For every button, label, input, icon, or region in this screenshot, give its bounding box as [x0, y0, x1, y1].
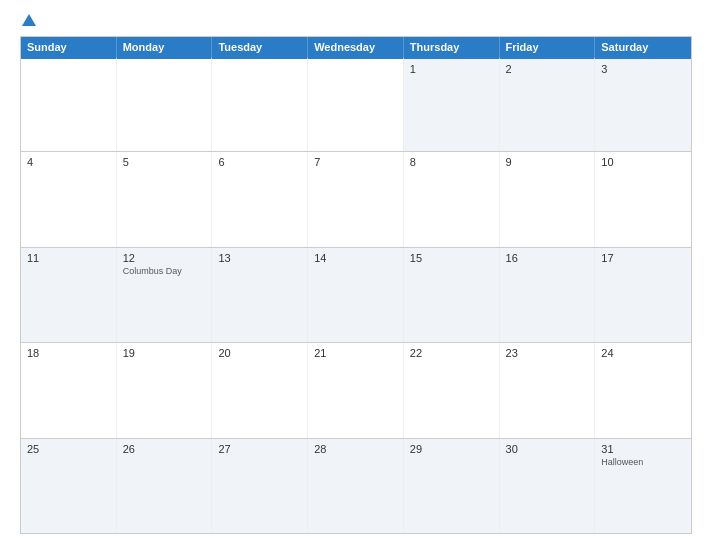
day-cell: 5	[117, 152, 213, 246]
day-cell: 29	[404, 439, 500, 533]
day-number: 16	[506, 252, 589, 264]
day-number: 12	[123, 252, 206, 264]
day-number: 3	[601, 63, 685, 75]
calendar-page: SundayMondayTuesdayWednesdayThursdayFrid…	[0, 0, 712, 550]
day-number: 26	[123, 443, 206, 455]
day-headers-row: SundayMondayTuesdayWednesdayThursdayFrid…	[21, 37, 691, 57]
day-cell: 4	[21, 152, 117, 246]
day-cell: 14	[308, 248, 404, 342]
week-row-2: 45678910	[21, 152, 691, 247]
week-row-4: 18192021222324	[21, 343, 691, 438]
day-cell: 24	[595, 343, 691, 437]
day-number: 31	[601, 443, 685, 455]
day-cell: 31Halloween	[595, 439, 691, 533]
day-cell: 3	[595, 57, 691, 151]
day-cell: 16	[500, 248, 596, 342]
day-cell: 2	[500, 57, 596, 151]
day-cell	[117, 57, 213, 151]
day-header-thursday: Thursday	[404, 37, 500, 57]
week-row-5: 25262728293031Halloween	[21, 439, 691, 533]
day-header-saturday: Saturday	[595, 37, 691, 57]
day-number: 25	[27, 443, 110, 455]
day-cell: 30	[500, 439, 596, 533]
day-cell: 26	[117, 439, 213, 533]
day-number: 24	[601, 347, 685, 359]
day-number: 15	[410, 252, 493, 264]
day-header-sunday: Sunday	[21, 37, 117, 57]
day-number: 9	[506, 156, 589, 168]
day-number: 2	[506, 63, 589, 75]
day-header-tuesday: Tuesday	[212, 37, 308, 57]
day-cell: 20	[212, 343, 308, 437]
logo-triangle-icon	[22, 14, 36, 26]
day-cell: 27	[212, 439, 308, 533]
day-number: 10	[601, 156, 685, 168]
day-number: 14	[314, 252, 397, 264]
day-number: 23	[506, 347, 589, 359]
day-number: 8	[410, 156, 493, 168]
day-number: 5	[123, 156, 206, 168]
day-number: 27	[218, 443, 301, 455]
day-cell: 8	[404, 152, 500, 246]
day-cell: 6	[212, 152, 308, 246]
event-label: Columbus Day	[123, 266, 206, 276]
day-cell	[212, 57, 308, 151]
day-header-friday: Friday	[500, 37, 596, 57]
day-number: 13	[218, 252, 301, 264]
day-header-monday: Monday	[117, 37, 213, 57]
day-cell: 11	[21, 248, 117, 342]
day-number: 30	[506, 443, 589, 455]
day-cell: 7	[308, 152, 404, 246]
day-cell: 10	[595, 152, 691, 246]
weeks-container: 123456789101112Columbus Day1314151617181…	[21, 57, 691, 533]
day-cell: 21	[308, 343, 404, 437]
day-cell	[21, 57, 117, 151]
day-cell: 17	[595, 248, 691, 342]
event-label: Halloween	[601, 457, 685, 467]
day-cell: 19	[117, 343, 213, 437]
logo	[20, 16, 36, 26]
day-number: 29	[410, 443, 493, 455]
day-number: 17	[601, 252, 685, 264]
day-cell: 15	[404, 248, 500, 342]
day-number: 11	[27, 252, 110, 264]
day-number: 21	[314, 347, 397, 359]
day-number: 1	[410, 63, 493, 75]
week-row-1: 123	[21, 57, 691, 152]
day-cell: 9	[500, 152, 596, 246]
day-number: 4	[27, 156, 110, 168]
calendar-grid: SundayMondayTuesdayWednesdayThursdayFrid…	[20, 36, 692, 534]
day-number: 20	[218, 347, 301, 359]
day-cell: 25	[21, 439, 117, 533]
week-row-3: 1112Columbus Day1314151617	[21, 248, 691, 343]
day-cell: 1	[404, 57, 500, 151]
day-number: 18	[27, 347, 110, 359]
day-number: 7	[314, 156, 397, 168]
day-header-wednesday: Wednesday	[308, 37, 404, 57]
day-number: 6	[218, 156, 301, 168]
day-cell: 12Columbus Day	[117, 248, 213, 342]
header	[20, 16, 692, 26]
day-cell: 23	[500, 343, 596, 437]
day-cell: 22	[404, 343, 500, 437]
day-number: 28	[314, 443, 397, 455]
day-number: 19	[123, 347, 206, 359]
day-cell	[308, 57, 404, 151]
day-number: 22	[410, 347, 493, 359]
day-cell: 13	[212, 248, 308, 342]
day-cell: 28	[308, 439, 404, 533]
day-cell: 18	[21, 343, 117, 437]
